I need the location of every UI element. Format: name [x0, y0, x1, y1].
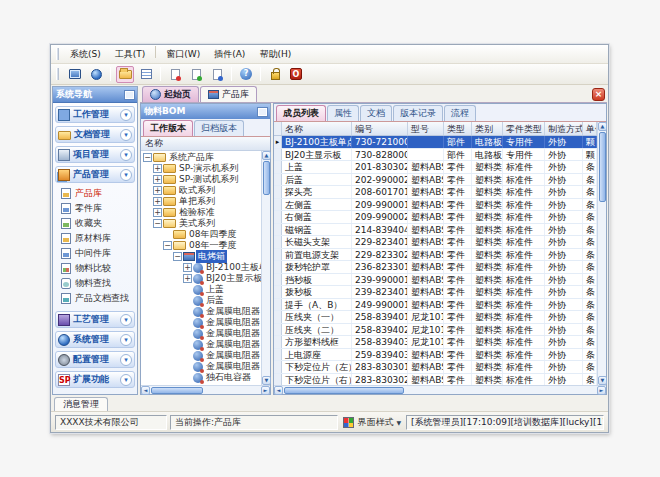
scroll-thumb[interactable] — [151, 387, 203, 394]
tree-vertical-scrollbar[interactable]: ▲ ▼ — [261, 151, 270, 385]
tab-属性[interactable]: 属性 — [327, 105, 359, 121]
toolbar-grip[interactable] — [56, 48, 59, 60]
collapse-icon[interactable]: − — [143, 153, 152, 162]
chevron-down-icon[interactable]: ▾ — [120, 149, 132, 161]
doc-delete-button[interactable] — [166, 66, 184, 83]
expand-icon[interactable]: + — [153, 186, 162, 195]
tab-版本记录[interactable]: 版本记录 — [393, 105, 443, 121]
table-row[interactable]: 长磁头支架229-823401-00I塑料ABS零件塑料类标准件外协条 — [274, 236, 597, 249]
table-row[interactable]: 后盖202-990002-01I塑料ABS零件塑料类标准件外协条 — [274, 174, 597, 187]
chevron-down-icon[interactable]: ▾ — [120, 354, 132, 366]
help-button[interactable]: ? — [237, 66, 255, 83]
column-header-类别[interactable]: 类别 — [472, 122, 503, 135]
tab-文档[interactable]: 文档 — [360, 105, 392, 121]
grid-horizontal-scrollbar[interactable]: ◄ ► — [274, 385, 606, 394]
globe-button[interactable] — [87, 66, 105, 83]
menu-item-3[interactable]: 窗口(W) — [159, 46, 207, 63]
scroll-down-icon[interactable]: ▼ — [262, 376, 271, 385]
tree-horizontal-scrollbar[interactable]: ◄ ► — [141, 385, 270, 394]
expand-icon[interactable]: + — [153, 197, 162, 206]
sidebar-item-物料查找[interactable]: 物料查找 — [61, 276, 135, 291]
table-row[interactable]: 左侧盖209-990001-01I塑料ABS零件塑料类标准件外协条 — [274, 199, 597, 212]
column-header-制造方式[interactable]: 制造方式 — [545, 122, 583, 135]
sidebar-group-header-5[interactable]: 工艺管理▾ — [55, 311, 135, 328]
report-button[interactable] — [137, 66, 155, 83]
sidebar-group-header-8[interactable]: SP扩展功能▾ — [55, 371, 135, 388]
collapse-icon[interactable]: − — [153, 219, 162, 228]
tab-起始页[interactable]: 起始页 — [142, 86, 199, 102]
panel-options-icon[interactable] — [125, 91, 134, 99]
monitor-button[interactable] — [66, 66, 84, 83]
column-header-型号[interactable]: 型号 — [408, 122, 444, 135]
close-tab-button[interactable]: × — [592, 88, 605, 101]
window-check-button[interactable] — [187, 66, 205, 83]
chevron-down-icon[interactable]: ▾ — [120, 129, 132, 141]
expand-icon[interactable]: + — [153, 164, 162, 173]
scroll-right-icon[interactable]: ► — [261, 386, 270, 395]
column-header-编号[interactable]: 编号 — [352, 122, 408, 135]
tree-node-上盖[interactable]: 上盖 — [141, 284, 261, 295]
menu-item-4[interactable]: 插件(A) — [207, 46, 252, 63]
sidebar-item-产品文档查找[interactable]: 产品文档查找 — [61, 291, 135, 306]
tab-成员列表[interactable]: 成员列表 — [276, 105, 326, 121]
chevron-down-icon[interactable]: ▾ — [120, 374, 132, 386]
table-row[interactable]: 拨秒板239-823401-00I塑料ABS零件塑料类标准件外协条 — [274, 286, 597, 299]
table-row[interactable]: BJ20主显示板730-828000-04I部件电路板专用件外协颗 — [274, 149, 597, 162]
expand-icon[interactable]: + — [153, 175, 162, 184]
scroll-left-icon[interactable]: ◄ — [274, 386, 283, 395]
table-row[interactable]: 上电源座259-839403-00I塑料ABS零件塑料类标准件外协条 — [274, 349, 597, 362]
column-header-单位[interactable]: 单位 — [583, 122, 597, 135]
table-row[interactable]: 前置电源支架229-823302-00I塑料ABS零件塑料类标准件外协条 — [274, 249, 597, 262]
folder-button[interactable] — [116, 66, 134, 83]
table-row[interactable]: 挡秒板239-990001-01I塑料ABS零件塑料类标准件外协条 — [274, 274, 597, 287]
menu-item-5[interactable]: 帮助(H) — [252, 46, 298, 63]
scroll-up-icon[interactable]: ▲ — [598, 122, 607, 131]
tab-产品库[interactable]: 产品库 — [200, 86, 257, 102]
tree-node-BJ20主显示板[interactable]: +BJ20主显示板 — [141, 273, 261, 284]
grid-vertical-scrollbar[interactable]: ▲ ▼ — [597, 122, 606, 385]
scroll-up-icon[interactable]: ▲ — [262, 151, 271, 160]
tree-column-header[interactable]: 名称 — [141, 137, 270, 151]
tree-node-独石电容器[interactable]: 独石电容器 — [141, 372, 261, 383]
sidebar-item-原材料库[interactable]: 原材料库 — [61, 231, 135, 246]
table-row[interactable]: 下秒定位片（右）283-830302-00I塑料ABS零件塑料类标准件外协条 — [274, 374, 597, 386]
tab-message-management[interactable]: 消息管理 — [54, 397, 108, 411]
chevron-down-icon[interactable]: ▾ — [120, 109, 132, 121]
expand-icon[interactable]: + — [183, 274, 192, 283]
sidebar-item-零件库[interactable]: 零件库 — [61, 201, 135, 216]
menu-item-2[interactable]: 工具(T) — [108, 46, 153, 63]
sidebar-group-header-7[interactable]: 配置管理▾ — [55, 351, 135, 368]
sidebar-item-产品库[interactable]: 产品库 — [61, 186, 135, 201]
sidebar-group-header-6[interactable]: 系统管理▾ — [55, 331, 135, 348]
sidebar-item-物料比较[interactable]: 物料比较 — [61, 261, 135, 276]
table-row[interactable]: 探头亮208-601701-01I塑料ABS零件塑料类标准件外协条 — [274, 186, 597, 199]
pin-icon[interactable] — [258, 108, 267, 116]
sidebar-item-收藏夹[interactable]: 收藏夹 — [61, 216, 135, 231]
chevron-up-icon[interactable]: ▾ — [120, 169, 132, 181]
toolbar-grip[interactable] — [56, 68, 59, 80]
column-header-零件类型[interactable]: 零件类型 — [503, 122, 545, 135]
exit-button[interactable]: O — [287, 66, 305, 83]
chevron-down-icon[interactable]: ▾ — [120, 314, 132, 326]
table-row[interactable]: ▸BJ-2100主板单点730-721000-12I部件电路板专用件外协颗 — [274, 136, 597, 149]
table-row[interactable]: 拨秒轮护罩236-823301-00I塑料ABS零件塑料类标准件外协条 — [274, 261, 597, 274]
tab-工作版本[interactable]: 工作版本 — [143, 120, 193, 136]
column-header-名称[interactable]: 名称 — [282, 122, 352, 135]
table-row[interactable]: 上盖201-830302-00I塑料ABS零件塑料类标准件外协条 — [274, 161, 597, 174]
scroll-down-icon[interactable]: ▼ — [598, 376, 607, 385]
tab-流程[interactable]: 流程 — [444, 105, 476, 121]
expand-icon[interactable]: + — [153, 208, 162, 217]
sidebar-group-header-2[interactable]: 文档管理▾ — [55, 126, 135, 143]
scroll-left-icon[interactable]: ◄ — [141, 386, 150, 395]
scroll-thumb[interactable] — [599, 132, 606, 202]
window-sync-button[interactable] — [208, 66, 226, 83]
column-header-类型[interactable]: 类型 — [444, 122, 472, 135]
collapse-icon[interactable]: − — [163, 241, 172, 250]
chevron-down-icon[interactable]: ▾ — [120, 334, 132, 346]
table-row[interactable]: 压线夹（一）258-839401-00I尼龙1010零件塑料类标准件外协条 — [274, 311, 597, 324]
scroll-thumb[interactable] — [263, 161, 270, 195]
sidebar-group-header-3[interactable]: 项目管理▾ — [55, 146, 135, 163]
expand-icon[interactable]: + — [183, 263, 192, 272]
table-row[interactable]: 下秒定位片（左）283-830301-00I塑料ABS零件塑料类标准件外协条 — [274, 361, 597, 374]
collapse-icon[interactable]: − — [173, 252, 182, 261]
